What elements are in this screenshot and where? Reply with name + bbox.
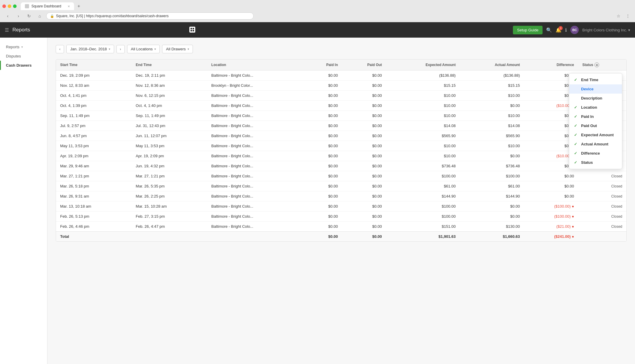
cell-start-time: Nov. 12, 8:33 am <box>56 81 132 91</box>
column-select-dropdown: ✓ End Time Device Description ✓ Location… <box>569 73 622 169</box>
location-filter-label: All Locations <box>131 47 153 51</box>
cell-difference: $0.00 <box>524 181 578 191</box>
cell-start-time: Dec. 19, 2:09 pm <box>56 70 132 81</box>
cell-end-time: Dec. 19, 2:11 pm <box>132 70 207 81</box>
info-button[interactable]: ℹ <box>565 27 567 33</box>
dropdown-item-label: Actual Amount <box>581 142 608 146</box>
forward-button[interactable]: › <box>14 12 23 20</box>
table-row[interactable]: Sep. 11, 1:49 pm Sep. 11, 1:49 pm Baltim… <box>56 111 626 121</box>
cell-actual-amount: $10.00 <box>460 91 524 101</box>
dropdown-column-item[interactable]: ✓ Actual Amount <box>569 139 622 149</box>
sidebar-item-disputes[interactable]: Disputes <box>0 52 47 61</box>
footer-empty-2 <box>207 232 304 242</box>
dropdown-column-item[interactable]: ✓ Paid In <box>569 112 622 121</box>
cell-location: Baltimore - Bright Colo... <box>207 101 304 111</box>
table-row[interactable]: Mar. 29, 9:46 am Jun. 19, 4:32 pm Baltim… <box>56 161 626 171</box>
cell-status: Closed <box>578 201 626 211</box>
dropdown-item-label: Expected Amount <box>581 133 614 137</box>
prev-date-button[interactable]: ‹ <box>56 45 64 53</box>
sidebar-item-cash-drawers[interactable]: Cash Drawers <box>0 61 47 70</box>
dropdown-column-item[interactable]: Device <box>569 84 622 94</box>
cell-location: Baltimore - Bright Colo... <box>207 211 304 222</box>
new-tab-button[interactable]: + <box>75 3 82 10</box>
business-name[interactable]: Bright Colors Clothing Inc. ▾ <box>582 28 630 32</box>
dropdown-column-item[interactable]: ✓ Difference <box>569 149 622 158</box>
cell-location: Brooklyn - Bright Color... <box>207 81 304 91</box>
cell-paid-out: $0.00 <box>342 81 386 91</box>
star-button[interactable]: ☆ <box>615 12 622 20</box>
notification-button[interactable]: 🔔 1 <box>556 27 562 33</box>
notification-badge: 1 <box>559 26 563 30</box>
table-row[interactable]: Mar. 27, 1:21 pm Mar. 27, 1:21 pm Baltim… <box>56 171 626 181</box>
table-row[interactable]: Apr. 19, 2:09 pm Apr. 19, 2:09 pm Baltim… <box>56 151 626 161</box>
table-row[interactable]: Mar. 13, 10:18 am Mar. 15, 10:28 am Balt… <box>56 201 626 211</box>
check-icon: ✓ <box>574 124 579 128</box>
setup-guide-button[interactable]: Setup Guide <box>513 26 543 34</box>
next-date-button[interactable]: › <box>116 45 125 53</box>
dropdown-column-item[interactable]: ✓ End Time <box>569 75 622 84</box>
location-chevron-icon: ▾ <box>154 47 156 51</box>
sidebar: Reports ▾ Disputes Cash Drawers <box>0 38 47 364</box>
table-row[interactable]: Mar. 26, 5:18 pm Mar. 26, 5:35 pm Baltim… <box>56 181 626 191</box>
drawer-filter[interactable]: All Drawers ▾ <box>162 45 193 53</box>
dropdown-column-item[interactable]: ✓ Location <box>569 103 622 112</box>
dropdown-column-item[interactable]: Description <box>569 94 622 103</box>
more-button[interactable]: ⋮ <box>624 12 631 20</box>
cell-start-time: Feb. 26, 4:46 pm <box>56 222 132 232</box>
cell-location: Baltimore - Bright Colo... <box>207 161 304 171</box>
address-bar-row: ‹ › ↻ ⌂ 🔒 Square, Inc. [US] | https://sq… <box>0 10 635 22</box>
cell-expected-amount: $100.00 <box>386 211 460 222</box>
cell-expected-amount: $144.90 <box>386 191 460 201</box>
cell-expected-amount: $151.00 <box>386 222 460 232</box>
search-button[interactable]: 🔍 <box>546 27 552 33</box>
home-button[interactable]: ⌂ <box>36 12 44 20</box>
back-button[interactable]: ‹ <box>4 12 12 20</box>
dropdown-column-item[interactable]: ✓ Status <box>569 158 622 167</box>
table-row[interactable]: May 11, 3:53 pm May 11, 3:53 pm Baltimor… <box>56 141 626 151</box>
tab-title: Square Dashboard <box>31 4 61 8</box>
cell-location: Baltimore - Bright Colo... <box>207 201 304 211</box>
table-row[interactable]: Feb. 26, 4:46 pm Feb. 26, 4:47 pm Baltim… <box>56 222 626 232</box>
dropdown-column-item[interactable]: ✓ Expected Amount <box>569 130 622 139</box>
table-row[interactable]: Feb. 26, 5:13 pm Feb. 27, 3:15 pm Baltim… <box>56 211 626 222</box>
cell-location: Baltimore - Bright Colo... <box>207 141 304 151</box>
status-header-label: Status <box>582 63 593 67</box>
active-tab[interactable]: Square Dashboard ✕ <box>21 2 74 10</box>
menu-icon[interactable]: ☰ <box>5 27 9 33</box>
sidebar-item-reports[interactable]: Reports ▾ <box>0 42 47 52</box>
table-row[interactable]: Jul. 9, 2:57 pm Jul. 31, 12:43 pm Baltim… <box>56 121 626 131</box>
location-filter[interactable]: All Locations ▾ <box>127 45 160 53</box>
table-row[interactable]: Dec. 19, 2:09 pm Dec. 19, 2:11 pm Baltim… <box>56 70 626 81</box>
dropdown-column-item[interactable]: ✓ Paid Out <box>569 121 622 130</box>
close-window-button[interactable] <box>2 4 6 8</box>
app-title: Reports <box>12 27 30 33</box>
dropdown-item-label: Paid In <box>581 114 594 119</box>
minimize-window-button[interactable] <box>8 4 11 8</box>
cell-actual-amount: $100.00 <box>460 171 524 181</box>
cash-drawers-table-wrapper: Start Time End Time Location Paid In Pai… <box>56 59 627 242</box>
reload-button[interactable]: ↻ <box>25 12 33 20</box>
cell-start-time: Mar. 27, 1:21 pm <box>56 171 132 181</box>
cell-actual-amount: $15.15 <box>460 81 524 91</box>
dropdown-item-label: Difference <box>581 151 600 155</box>
date-range-filter[interactable]: Jan. 2018–Dec. 2018 ▾ <box>66 45 114 53</box>
cell-paid-out: $0.00 <box>342 181 386 191</box>
tab-close-button[interactable]: ✕ <box>68 5 70 8</box>
cell-paid-out: $0.00 <box>342 111 386 121</box>
footer-status <box>578 232 626 242</box>
maximize-window-button[interactable] <box>13 4 17 8</box>
table-row[interactable]: Oct. 4, 1:41 pm Nov. 6, 12:15 pm Baltimo… <box>56 91 626 101</box>
url-bar[interactable]: 🔒 Square, Inc. [US] | https://squareup.c… <box>46 12 254 20</box>
cell-paid-in: $0.00 <box>304 171 342 181</box>
cell-expected-amount: $10.00 <box>386 111 460 121</box>
cell-paid-out: $0.00 <box>342 161 386 171</box>
cell-difference: $0.00 <box>524 191 578 201</box>
status-header-wrapper: Status ⊕ ✓ End Time Device Description ✓… <box>582 62 622 67</box>
table-row[interactable]: Oct. 4, 1:39 pm Oct. 4, 1:40 pm Baltimor… <box>56 101 626 111</box>
table-footer-row: Total $0.00 $0.00 $1,901.63 $1,660.63 ($… <box>56 232 626 242</box>
table-row[interactable]: Mar. 26, 9:31 am Mar. 26, 2:25 pm Baltim… <box>56 191 626 201</box>
footer-paid-out: $0.00 <box>342 232 386 242</box>
table-row[interactable]: Nov. 12, 8:33 am Nov. 12, 8:36 am Brookl… <box>56 81 626 91</box>
status-column-add-button[interactable]: ⊕ <box>594 62 599 67</box>
table-row[interactable]: Jun. 8, 4:57 pm Jun. 11, 12:07 pm Baltim… <box>56 131 626 141</box>
